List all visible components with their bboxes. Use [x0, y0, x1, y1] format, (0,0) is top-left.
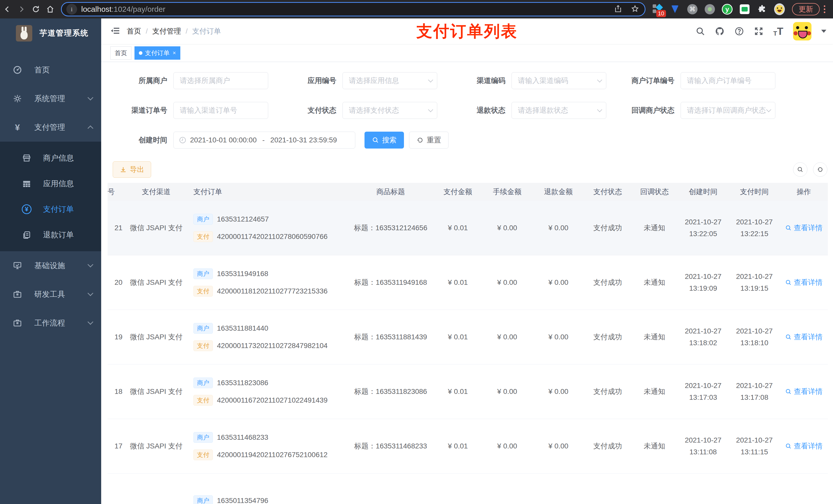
- app-logo-row[interactable]: 芋道管理系统: [0, 19, 101, 48]
- create-time-range-picker[interactable]: 2021-10-01 00:00:00 - 2021-10-31 23:59:5…: [173, 131, 355, 148]
- browser-home-button[interactable]: [43, 2, 57, 16]
- font-size-icon[interactable]: TT: [773, 26, 783, 37]
- fullscreen-icon[interactable]: [754, 26, 764, 36]
- sidebar-item-app-info[interactable]: 应用信息: [0, 171, 101, 196]
- github-icon[interactable]: [715, 26, 724, 36]
- view-detail-link[interactable]: 查看详情: [785, 332, 823, 342]
- app-select[interactable]: [342, 72, 437, 89]
- user-avatar[interactable]: [793, 22, 811, 41]
- browser-reload-button[interactable]: [29, 2, 43, 16]
- proxy-extension-icon[interactable]: 10: [652, 4, 663, 15]
- view-detail-link[interactable]: 查看详情: [785, 223, 823, 233]
- sidebar-item-refund-order[interactable]: 退款订单: [0, 222, 101, 248]
- channel-code-select[interactable]: [511, 72, 606, 89]
- create-time: 2021-10-2713:18:02: [677, 325, 729, 349]
- filter-label-notify-status: 回调商户状态: [611, 105, 674, 115]
- address-bar[interactable]: i localhost:1024/pay/order: [61, 2, 645, 16]
- dot-extension-icon[interactable]: [705, 4, 715, 15]
- column-header: 编号: [108, 187, 129, 197]
- yen-icon: ¥: [12, 122, 23, 133]
- tab-pay-order[interactable]: 支付订单 ×: [135, 46, 180, 60]
- sidebar-item-pay[interactable]: ¥ 支付管理: [0, 113, 101, 142]
- table-row: 20 微信 JSAPI 支付 商户 1635311949168 支付 42000…: [108, 255, 828, 310]
- column-header: 商品标题: [347, 187, 434, 197]
- breadcrumb-current: 支付订单: [192, 26, 221, 36]
- merchant-tag: 商户: [193, 323, 213, 334]
- notify-status-select[interactable]: [681, 102, 776, 119]
- gem-extension-icon[interactable]: [670, 4, 680, 15]
- merchant-tag: 商户: [193, 268, 213, 279]
- store-icon: [22, 153, 32, 163]
- y-extension-icon[interactable]: y: [722, 4, 733, 15]
- column-header: 支付时间: [729, 187, 780, 197]
- pay-order-cell: 商户 1635311823086 支付 42000011672021102710…: [183, 378, 347, 406]
- merchant-tag: 商户: [193, 378, 213, 388]
- refund-status-select[interactable]: [511, 102, 606, 119]
- search-icon[interactable]: [695, 26, 705, 36]
- pay-tag: 支付: [193, 450, 213, 460]
- pay-time: 2021-10-2713:19:15: [729, 271, 780, 294]
- filter-label-create-time: 创建时间: [103, 135, 167, 145]
- sidebar-item-dev-tools[interactable]: 研发工具: [0, 280, 101, 309]
- sidebar-item-home[interactable]: 首页: [0, 55, 101, 84]
- chevron-down-icon: [88, 95, 94, 101]
- filter-label-channel-order-no: 渠道订单号: [103, 105, 167, 115]
- notify-status: 未通知: [632, 387, 677, 397]
- browser-menu-icon[interactable]: [824, 5, 825, 13]
- chevron-up-icon: [88, 125, 94, 131]
- table-row: 19 微信 JSAPI 支付 商户 1635311881440 支付 42000…: [108, 310, 828, 364]
- breadcrumb-home[interactable]: 首页: [127, 26, 141, 36]
- merchant-order-no: 1635311881440: [217, 324, 268, 332]
- pay-amount: ¥ 0.01: [434, 333, 481, 341]
- avatar-caret-icon[interactable]: [821, 30, 826, 33]
- command-extension-icon[interactable]: ⌘: [687, 4, 698, 15]
- merchant-select[interactable]: [173, 72, 268, 89]
- search-icon: [785, 279, 792, 286]
- sidebar-item-workflow[interactable]: 工作流程: [0, 309, 101, 337]
- profile-avatar-icon[interactable]: [774, 4, 785, 15]
- view-detail-link[interactable]: 查看详情: [785, 387, 823, 397]
- app-logo: [16, 25, 32, 42]
- search-button[interactable]: 搜索: [364, 131, 404, 148]
- table-row: 21 微信 JSAPI 支付 商户 1635312124657 支付 42000…: [108, 201, 828, 255]
- extensions-puzzle-icon[interactable]: [757, 4, 767, 15]
- sidebar-item-merchant-info[interactable]: 商户信息: [0, 145, 101, 171]
- tab-home[interactable]: 首页: [111, 46, 132, 60]
- notify-status: 未通知: [632, 223, 677, 233]
- top-navbar: 首页 / 支付管理 / 支付订单 支付订单列表: [101, 19, 833, 44]
- close-icon[interactable]: ×: [173, 50, 176, 56]
- column-header: 操作: [780, 187, 828, 197]
- sidebar-item-system[interactable]: 系统管理: [0, 84, 101, 113]
- browser-back-button[interactable]: [0, 2, 14, 16]
- breadcrumb-pay-mgmt[interactable]: 支付管理: [152, 26, 181, 36]
- site-info-icon[interactable]: i: [66, 4, 77, 15]
- merchant-order-no-input[interactable]: [681, 72, 776, 89]
- reset-button[interactable]: 重置: [409, 131, 449, 148]
- refresh-table-button[interactable]: [813, 162, 827, 177]
- merchant-tag: 商户: [193, 495, 213, 504]
- fee-amount: ¥ 0.00: [481, 224, 533, 232]
- create-time: 2021-10-2713:22:05: [677, 216, 729, 240]
- merchant-order-no: 1635311949168: [217, 270, 268, 278]
- date-range-start: 2021-10-01 00:00:00: [190, 136, 257, 144]
- sidebar-collapse-icon[interactable]: [101, 26, 127, 37]
- bookmark-star-icon[interactable]: [631, 5, 639, 14]
- sidebar-item-pay-order[interactable]: ¥ 支付订单: [0, 196, 101, 222]
- pay-status: 支付成功: [584, 387, 632, 397]
- browser-forward-button[interactable]: [14, 2, 29, 16]
- url-text: localhost:1024/pay/order: [81, 5, 165, 14]
- share-icon[interactable]: [614, 5, 622, 14]
- toggle-search-button[interactable]: [793, 162, 807, 177]
- sidebar-item-infra[interactable]: 基础设施: [0, 251, 101, 280]
- view-detail-link[interactable]: 查看详情: [785, 441, 823, 451]
- pay-status: 支付成功: [584, 278, 632, 287]
- channel-order-no-input[interactable]: [173, 102, 268, 119]
- view-detail-link[interactable]: 查看详情: [785, 278, 823, 287]
- page-content: 所属商户 应用编号 渠道编码: [101, 62, 833, 504]
- help-icon[interactable]: [734, 26, 744, 36]
- browser-update-button[interactable]: 更新: [792, 3, 820, 15]
- pay-tag: 支付: [193, 231, 213, 242]
- chat-extension-icon[interactable]: [739, 4, 750, 15]
- pay-status-select[interactable]: [342, 102, 437, 119]
- export-button[interactable]: 导出: [113, 161, 151, 178]
